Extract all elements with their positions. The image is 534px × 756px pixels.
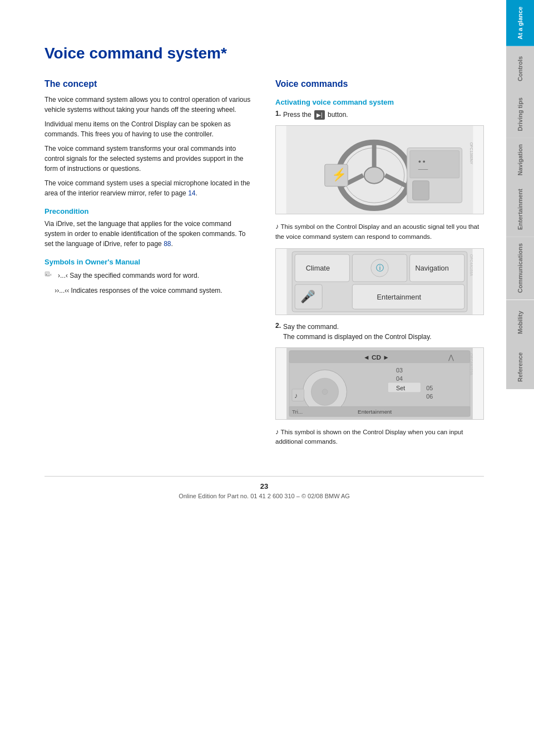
sidebar-tab-at-a-glance[interactable]: At a glance: [506, 0, 534, 46]
sidebar-tab-driving-tips[interactable]: Driving tips: [506, 91, 534, 138]
sidebar-tab-communications[interactable]: Communications: [506, 237, 534, 300]
step-2-text: Say the command. The command is displaye…: [283, 322, 432, 342]
symbol-item-2: ››...‹‹ Indicates responses of the voice…: [44, 286, 253, 296]
page-footer: 23 Online Edition for Part no. 01 41 2 6…: [44, 476, 484, 499]
svg-text:Navigation: Navigation: [415, 264, 448, 272]
svg-text:Tri...: Tri...: [292, 409, 303, 415]
voice-symbol-1: ♪: [275, 222, 279, 230]
svg-text:● ●: ● ●: [418, 159, 426, 164]
steering-diagram: ⚡ ● ● —— OFC1380NY: [275, 125, 484, 214]
step-2-num: 2.: [275, 322, 281, 330]
step-1-row: 1. Press the ▶| button.: [275, 110, 484, 120]
svg-rect-15: [413, 181, 429, 200]
sidebar-tab-navigation[interactable]: Navigation: [506, 138, 534, 182]
step-1-text: Press the ▶| button.: [283, 110, 348, 120]
caption-2: ♪ This symbol is shown on the Control Di…: [275, 426, 484, 447]
symbol-text-2: ››...‹‹ Indicates responses of the voice…: [55, 286, 222, 296]
svg-text:›...‹: ›...‹: [46, 273, 52, 277]
svg-text:Set: Set: [396, 385, 405, 391]
symbols-heading: Symbols in Owner's Manual: [44, 258, 253, 266]
step-2-row: 2. Say the command. The command is displ…: [275, 322, 484, 342]
sidebar-tab-reference[interactable]: Reference: [506, 345, 534, 389]
symbol-list: ›...‹ ›...‹ Say the specified commands w…: [44, 271, 253, 296]
cd-diagram: ◄ CD ► ⋀ 03 04 Set 05 06 00:00: [275, 347, 484, 420]
svg-text:Entertainment: Entertainment: [377, 293, 422, 301]
page-title: Voice command system*: [44, 45, 484, 62]
symbol-text-1: ›...‹ Say the specified commands word fo…: [58, 271, 199, 281]
step-1-num: 1.: [275, 110, 281, 117]
sidebar-tab-controls[interactable]: Controls: [506, 46, 534, 91]
svg-point-38: [322, 389, 328, 395]
svg-text:Climate: Climate: [306, 264, 330, 272]
response-icon-small: [44, 286, 51, 296]
page-link-88[interactable]: 88: [164, 240, 171, 248]
symbol-item-1: ›...‹ ›...‹ Say the specified commands w…: [44, 271, 253, 283]
sidebar-tab-mobility[interactable]: Mobility: [506, 300, 534, 345]
two-col-layout: The concept The voice command system all…: [44, 79, 484, 454]
svg-text:◄  CD  ►: ◄ CD ►: [363, 353, 389, 361]
precondition-text: Via iDrive, set the language that applie…: [44, 219, 253, 249]
concept-para-2: Individual menu items on the Control Dis…: [44, 119, 253, 139]
sidebar-tab-entertainment[interactable]: Entertainment: [506, 182, 534, 237]
menu-diagram: Climate ⓘ Navigation 🎤 Entertainme: [275, 248, 484, 315]
svg-text:05: 05: [426, 385, 433, 391]
footer-text: Online Edition for Part no. 01 41 2 600 …: [179, 493, 350, 499]
svg-text:OFC4A168A: OFC4A168A: [469, 254, 473, 276]
mic-icon-small: ›...‹: [44, 271, 55, 283]
voice-symbol-2: ♪: [275, 428, 279, 436]
concept-para-1: The voice command system allows you to c…: [44, 95, 253, 115]
svg-text:♪: ♪: [294, 391, 298, 399]
left-column: The concept The voice command system all…: [44, 79, 253, 454]
activating-heading: Activating voice command system: [275, 98, 484, 106]
concept-para-3: The voice command system transforms your…: [44, 144, 253, 174]
svg-text:04: 04: [396, 375, 403, 382]
precondition-heading: Precondition: [44, 207, 253, 215]
svg-text:03: 03: [396, 367, 403, 374]
svg-text:ⓘ: ⓘ: [376, 264, 384, 272]
page-number: 23: [44, 482, 484, 490]
voice-commands-heading: Voice commands: [275, 79, 484, 89]
svg-point-8: [364, 167, 384, 184]
svg-text:Entertainment: Entertainment: [358, 409, 392, 415]
svg-text:06: 06: [426, 392, 433, 399]
svg-rect-12: [410, 150, 459, 178]
sidebar: At a glance Controls Driving tips Naviga…: [506, 0, 534, 756]
svg-text:OFC1380NY: OFC1380NY: [469, 143, 473, 165]
main-content: Voice command system* The concept The vo…: [0, 0, 506, 756]
svg-text:——: ——: [418, 166, 428, 172]
page-container: Voice command system* The concept The vo…: [0, 0, 534, 756]
svg-text:⋀: ⋀: [448, 353, 454, 361]
svg-text:⚡: ⚡: [332, 167, 347, 182]
svg-text:🎤: 🎤: [300, 289, 315, 304]
concept-heading: The concept: [44, 79, 253, 89]
mic-button-icon: ▶|: [314, 110, 325, 120]
right-column: Voice commands Activating voice command …: [275, 79, 484, 454]
page-link-14[interactable]: 14: [188, 189, 195, 197]
concept-para-4: The voice command system uses a special …: [44, 178, 253, 198]
svg-text:OFC4A169A: OFC4A169A: [469, 354, 473, 375]
caption-1: ♪ This symbol on the Control Display and…: [275, 221, 484, 242]
